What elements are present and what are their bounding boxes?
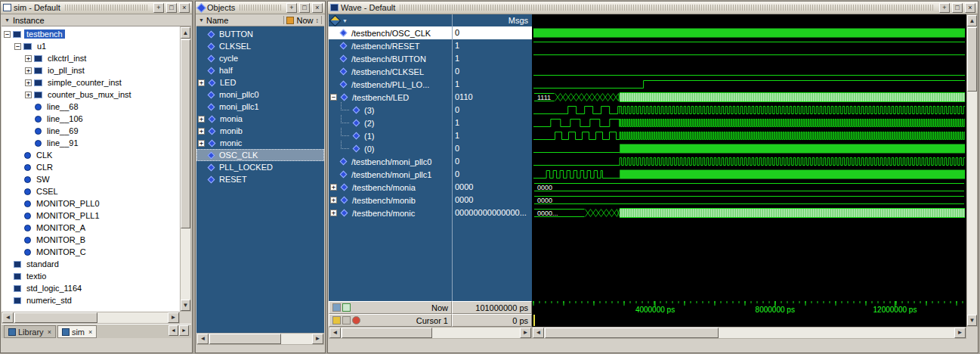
expand-icon[interactable]: +	[330, 197, 337, 203]
tree-item-standard[interactable]: standard	[2, 258, 180, 270]
scroll-right-button[interactable]: ►	[954, 328, 966, 338]
select-time-icon[interactable]	[332, 303, 341, 312]
object-item-half[interactable]: half	[196, 64, 324, 76]
sim-horizontal-scrollbar[interactable]: ◄►	[2, 312, 180, 324]
scroll-thumb[interactable]	[342, 328, 432, 338]
object-item-PLL_LOCKED[interactable]: PLL_LOCKED	[196, 161, 324, 173]
wave-titlebar[interactable]: Wave - Default + □ ×	[328, 2, 978, 14]
titlebar-grip[interactable]	[65, 5, 149, 11]
tree-item-MONITOR_B[interactable]: MONITOR_B	[2, 234, 180, 246]
scroll-thumb[interactable]	[181, 39, 190, 228]
object-item-moni_pllc1[interactable]: moni_pllc1	[196, 101, 324, 113]
objects-column-header[interactable]: ▼ Name Now ↕	[196, 14, 324, 26]
expand-icon[interactable]: +	[25, 55, 32, 62]
column-splitter[interactable]	[321, 16, 322, 24]
expand-icon[interactable]: +	[25, 67, 32, 74]
panel-splitter[interactable]	[326, 1, 327, 353]
wave-signal-testbenchBUTTON[interactable]: /testbench/BUTTON	[329, 52, 452, 65]
waveform-row-13[interactable]: 0000	[532, 194, 966, 206]
maximize-button[interactable]: □	[166, 3, 177, 13]
column-splitter[interactable]	[283, 16, 284, 24]
waveform-row-1[interactable]	[532, 39, 966, 52]
wave-signal-testbenchmonib[interactable]: +/testbench/monib	[329, 194, 452, 206]
wave-signal-testbenchRESET[interactable]: /testbench/RESET	[329, 39, 452, 52]
expand-icon[interactable]: +	[198, 79, 205, 86]
close-button[interactable]: ×	[965, 3, 975, 13]
waveform-row-2[interactable]	[532, 52, 966, 65]
waveform-row-14[interactable]: 0000...	[532, 206, 966, 219]
tree-item-io_pll_inst[interactable]: +io_pll_inst	[2, 64, 180, 76]
scroll-up-button[interactable]: ▲	[967, 15, 977, 26]
tree-item-SW[interactable]: SW	[2, 173, 180, 185]
tab-scroll-right-button[interactable]: ►	[179, 325, 189, 336]
names-horizontal-scrollbar[interactable]: ◄►	[329, 327, 532, 339]
panel-splitter[interactable]	[193, 1, 195, 353]
tab-close-icon[interactable]: ×	[88, 328, 92, 336]
object-item-LED[interactable]: +LED	[196, 76, 324, 88]
dock-button[interactable]: +	[153, 3, 164, 13]
objects-horizontal-scrollbar[interactable]: ◄►	[196, 333, 324, 345]
tree-item-line__91[interactable]: line__91	[2, 137, 180, 149]
close-button[interactable]: ×	[312, 3, 323, 13]
scroll-right-button[interactable]: ►	[168, 312, 179, 323]
object-item-monic[interactable]: +monic	[196, 137, 324, 149]
wave-signal-testbenchmonic[interactable]: +/testbench/monic	[329, 206, 452, 219]
tree-item-MONITOR_PLL0[interactable]: MONITOR_PLL0	[2, 197, 180, 210]
expand-icon[interactable]: +	[198, 128, 205, 135]
waveform-row-7[interactable]	[532, 116, 966, 129]
tree-item-line__69[interactable]: line__69	[2, 125, 180, 137]
waveform-row-11[interactable]	[532, 168, 966, 181]
waveform-row-5[interactable]: 1111	[532, 91, 966, 104]
instance-column-header[interactable]: ▼ Instance	[2, 14, 191, 26]
objects-titlebar[interactable]: Objects + □ ×	[196, 2, 325, 14]
tab-scroll-left-button[interactable]: ◄	[168, 325, 178, 336]
collapse-icon[interactable]: −	[4, 31, 11, 38]
tree-item-simple_counter_inst[interactable]: +simple_counter_inst	[2, 76, 180, 88]
wave-horizontal-scrollbar[interactable]: ◄►	[532, 327, 966, 339]
tree-item-std_logic_1164[interactable]: std_logic_1164	[2, 282, 180, 294]
waveform-row-10[interactable]	[532, 155, 966, 168]
tab-close-icon[interactable]: ×	[48, 328, 51, 336]
tab-Library[interactable]: Library×	[4, 325, 56, 338]
tree-item-counter_bus_mux_inst[interactable]: +counter_bus_mux_inst	[2, 88, 180, 101]
wave-signal-testbenchCLKSEL[interactable]: /testbench/CLKSEL	[329, 65, 452, 78]
wave-plot-area[interactable]: 1111000000000000...	[532, 26, 966, 301]
tree-item-testbench[interactable]: −testbench	[2, 28, 180, 40]
tree-item-clkctrl_inst[interactable]: +clkctrl_inst	[2, 52, 180, 64]
tree-item-MONITOR_PLL1[interactable]: MONITOR_PLL1	[2, 210, 180, 222]
wave-signal-(0)[interactable]: (0)	[329, 142, 452, 155]
edit-cursor-icon[interactable]	[342, 316, 351, 324]
tab-sim[interactable]: sim×	[57, 325, 97, 338]
wave-signal-testbenchPLL_LO[interactable]: /testbench/PLL_LO...	[329, 78, 452, 91]
scroll-left-button[interactable]: ◄	[197, 334, 209, 344]
waveform-row-6[interactable]	[532, 104, 966, 116]
maximize-button[interactable]: □	[952, 3, 963, 13]
wave-signal-testbenchmoni_pllc0[interactable]: /testbench/moni_pllc0	[329, 155, 452, 168]
tree-item-MONITOR_A[interactable]: MONITOR_A	[2, 222, 180, 234]
waveform-row-12[interactable]: 0000	[532, 181, 966, 194]
expand-icon[interactable]: +	[198, 116, 205, 123]
scroll-down-button[interactable]: ▼	[181, 300, 190, 311]
scroll-left-button[interactable]: ◄	[2, 312, 14, 323]
add-cursor-icon[interactable]	[342, 303, 351, 312]
dock-button[interactable]: +	[286, 3, 297, 13]
expand-icon[interactable]: +	[25, 92, 32, 98]
cursor-marker[interactable]	[533, 315, 535, 326]
object-item-cycle[interactable]: cycle	[196, 52, 324, 64]
scroll-right-button[interactable]: ►	[520, 328, 531, 338]
object-item-monib[interactable]: +monib	[196, 125, 324, 137]
wave-timeline[interactable]: 4000000 ps8000000 ps12000000 ps	[532, 301, 966, 314]
waveform-row-9[interactable]	[532, 142, 966, 155]
tree-item-CLK[interactable]: CLK	[2, 149, 180, 161]
waveform-row-3[interactable]	[532, 65, 966, 78]
scroll-thumb[interactable]	[967, 27, 977, 92]
msgs-column-header[interactable]: Msgs	[452, 14, 532, 26]
scroll-thumb[interactable]	[209, 334, 281, 344]
maximize-button[interactable]: □	[299, 3, 310, 13]
object-item-OSC_CLK[interactable]: OSC_CLK	[196, 149, 324, 161]
tree-item-MONITOR_C[interactable]: MONITOR_C	[2, 246, 180, 258]
object-item-monia[interactable]: +monia	[196, 113, 324, 125]
wave-vertical-scrollbar[interactable]: ▲▼	[966, 14, 978, 327]
wave-signal-testbenchOSC_CLK[interactable]: /testbench/OSC_CLK	[329, 26, 452, 39]
wave-signal-testbenchmonia[interactable]: +/testbench/monia	[329, 181, 452, 194]
